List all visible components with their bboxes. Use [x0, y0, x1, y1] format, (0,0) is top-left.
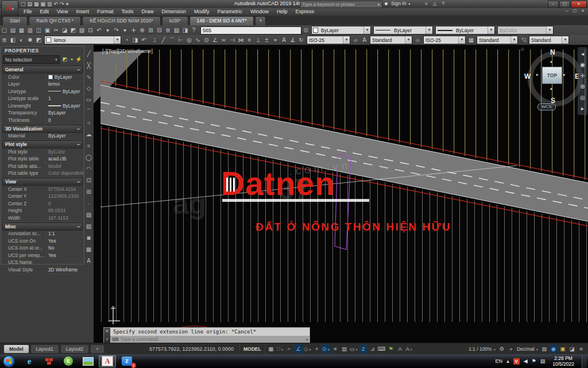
property-value[interactable]: ByColor [46, 149, 84, 155]
grid-display-icon[interactable]: ▦ [266, 344, 276, 353]
color-control[interactable]: ByLayer▼ [311, 26, 371, 34]
quick-dimension-icon[interactable]: ≍ [219, 36, 228, 45]
diameter-icon[interactable]: ⊙ [202, 36, 211, 45]
menu-item-insert[interactable]: Insert [72, 8, 93, 16]
viewcube-arrow-left[interactable]: ▸ [536, 72, 539, 77]
multileader-style-icon[interactable]: ◹ [519, 36, 528, 45]
text-angle-icon[interactable]: ∡ [288, 36, 297, 45]
point-icon[interactable]: ∙ [84, 198, 93, 209]
dim-style-icon[interactable]: ⌯ [413, 36, 422, 45]
select-objects-icon[interactable]: ⌖ [68, 56, 75, 63]
new-icon[interactable]: ▢ [21, 1, 26, 7]
tool-palettes-icon[interactable]: ◨ [181, 26, 189, 35]
add-layout-button[interactable]: + [90, 344, 105, 354]
chevron-down-icon[interactable]: ▼ [425, 26, 432, 34]
save-icon[interactable]: ▦ [17, 26, 26, 35]
circle-icon[interactable]: ○ [84, 117, 93, 128]
property-value[interactable]: Yes [46, 252, 84, 258]
open-icon[interactable]: ▤ [28, 1, 33, 7]
menu-item-parametric[interactable]: Parametric [214, 8, 247, 16]
section-header-view[interactable]: View– [2, 178, 83, 186]
section-header-misc[interactable]: Misc– [2, 223, 83, 231]
section-header-general[interactable]: General– [2, 66, 83, 74]
plot-preview-icon[interactable]: ◫ [34, 26, 43, 35]
menu-item-format[interactable]: Format [93, 8, 118, 16]
undo-icon[interactable]: ↶ [95, 26, 103, 35]
zalo-icon[interactable]: Z1 [118, 355, 136, 367]
viewcube-arrow-down[interactable]: ▴ [550, 86, 552, 91]
zoom-realtime-icon[interactable]: ⊕ [138, 26, 146, 35]
redo-icon[interactable]: ↷ [60, 1, 64, 7]
help-icon[interactable]: ? [189, 26, 198, 35]
property-value[interactable]: lemoi [46, 81, 84, 87]
property-value[interactable]: No [46, 245, 84, 251]
chevron-down-icon[interactable]: ▼ [562, 36, 568, 44]
section-header-3d-visualization[interactable]: 3D Visualization– [2, 125, 83, 133]
volume-icon[interactable]: ◀ [524, 358, 528, 364]
collapse-icon[interactable]: – [77, 179, 80, 185]
command-expand-icon[interactable]: ▴ [305, 337, 308, 342]
viewcube-arrow-up[interactable]: ▾ [550, 60, 552, 64]
graphics-performance-icon[interactable]: ◉ [549, 344, 558, 353]
customize-icon[interactable]: ≡ [577, 344, 586, 353]
chevron-down-icon[interactable]: ▼ [327, 348, 330, 351]
continue-icon[interactable]: ⋈ [237, 36, 245, 45]
revision-cloud-icon[interactable]: ☁ [84, 129, 93, 140]
toggle-pickadd-icon[interactable]: ◩ [61, 56, 68, 63]
table-icon[interactable]: ▦ [84, 244, 93, 255]
menu-item-help[interactable]: Help [273, 8, 292, 16]
match-properties-icon[interactable]: ▨ [78, 26, 86, 35]
property-value[interactable]: 167.4153 [46, 215, 84, 221]
open-icon[interactable]: ▤ [9, 26, 17, 35]
ellipse-arc-icon[interactable]: ◠ [84, 163, 93, 174]
menu-item-draw[interactable]: Draw [137, 8, 157, 16]
property-value[interactable]: 1223906.2340 [46, 193, 84, 199]
layer-isolate-icon[interactable]: ◐ [17, 36, 26, 45]
photos-icon[interactable] [79, 355, 96, 367]
chevron-down-icon[interactable]: ▼ [405, 36, 412, 44]
sign-in-button[interactable]: ☻ Sign In ▾ [384, 1, 410, 6]
viewcube-north[interactable]: N [550, 48, 555, 56]
chevron-down-icon[interactable]: ▼ [281, 348, 284, 351]
property-value[interactable]: ByLayer [46, 103, 84, 109]
annotation-scale-button[interactable]: 1:1 / 100% ▼ [469, 346, 496, 352]
menu-item-express[interactable]: Express [292, 8, 319, 16]
command-input[interactable]: ⌨ Type a command ▴ [110, 336, 310, 343]
isolate-objects-crosshair-icon[interactable]: ＋ [506, 344, 516, 353]
lineweight-display-icon[interactable]: ≡ [331, 344, 340, 353]
table-style-icon[interactable]: ▦ [467, 36, 475, 45]
property-value[interactable]: 1:1 [46, 231, 84, 236]
copy-icon[interactable]: ◪ [60, 26, 69, 35]
property-value[interactable]: ByLayer [46, 110, 84, 116]
property-value[interactable]: 2D Wireframe [46, 267, 84, 273]
workspace-settings-icon[interactable]: ⚙ [497, 344, 506, 353]
command-window-grip[interactable]: ✕ ⌗ [104, 328, 110, 343]
selection-cycling-icon[interactable]: ▭▼ [349, 344, 359, 353]
showmotion-icon[interactable]: ▸ [581, 103, 584, 114]
viewcube-top-face[interactable]: TOP [542, 67, 562, 84]
qat-menu-icon[interactable]: ▾ [66, 1, 69, 7]
chevron-down-icon[interactable]: ▼ [363, 26, 370, 34]
make-block-icon[interactable]: ⊞ [84, 186, 93, 197]
text-style-icon[interactable]: A [360, 36, 369, 45]
dimension-style-icon[interactable]: ⌯ [351, 36, 360, 45]
object-isolate-icon[interactable]: ▣ [558, 344, 567, 353]
gradient-icon[interactable]: ▧ [84, 221, 93, 232]
show-hidden-icons[interactable]: ▴ [506, 358, 509, 364]
notifications-icon[interactable]: △ [433, 1, 437, 7]
annotation-monitor-icon[interactable]: ⚑ [386, 344, 396, 353]
plot-icon[interactable]: ▥ [47, 1, 52, 7]
block-editor-icon[interactable]: ⊡ [86, 26, 95, 35]
section-header-plot-style[interactable]: Plot style– [2, 140, 83, 148]
drawing-canvas[interactable]: [-][Top][2D Wireframe] ⌂ N S W E ▾ ▴ ▸ ◂… [94, 45, 588, 343]
close-button[interactable]: ✕ [571, 1, 587, 8]
coccoc-browser-icon[interactable]: c [60, 355, 77, 367]
pan-icon[interactable]: ✛ [580, 70, 585, 81]
design-center-icon[interactable]: ▧ [172, 26, 181, 35]
ordinate-icon[interactable]: ⊢ [176, 36, 185, 45]
line-icon[interactable]: ╱ [84, 48, 93, 59]
property-value[interactable]: ByLayer [46, 133, 84, 139]
chevron-down-icon[interactable]: ▼ [488, 26, 494, 34]
layout-tab-layout2[interactable]: Layout2 [60, 344, 89, 354]
properties-icon[interactable]: ≣ [164, 26, 172, 35]
